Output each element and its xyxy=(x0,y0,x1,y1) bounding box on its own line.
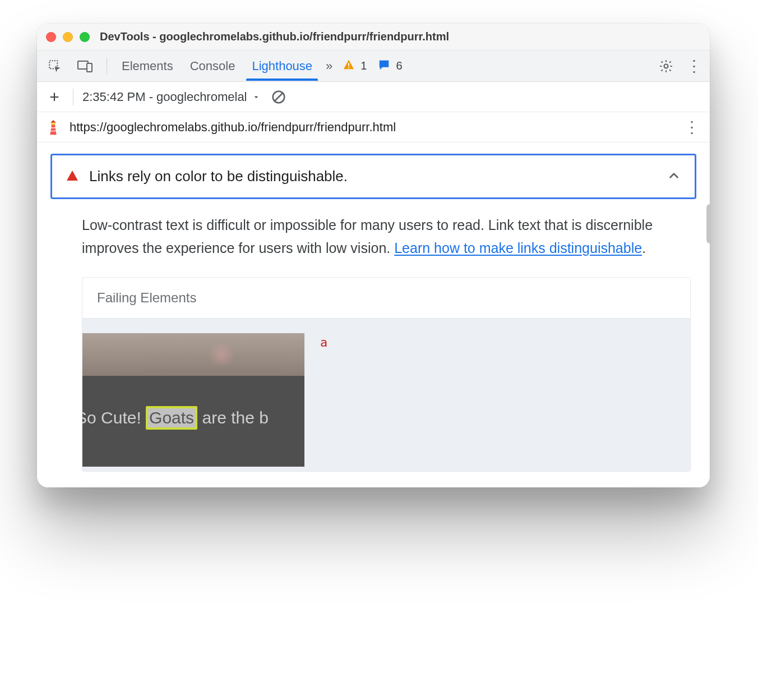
warnings-count: 1 xyxy=(360,59,367,72)
chevron-up-icon xyxy=(667,168,681,185)
svg-rect-9 xyxy=(50,127,56,128)
caret-down-icon xyxy=(252,93,261,102)
clear-report-icon[interactable] xyxy=(269,87,289,107)
audit-description-period: . xyxy=(642,240,646,256)
audit-title: Links rely on color to be distinguishabl… xyxy=(89,168,657,185)
audit-description: Low-contrast text is difficult or imposs… xyxy=(82,214,691,259)
svg-point-5 xyxy=(664,64,668,68)
devtools-window: DevTools - googlechromelabs.github.io/fr… xyxy=(37,24,710,487)
learn-more-link[interactable]: Learn how to make links distinguishable xyxy=(394,240,642,256)
audit-accordion-header[interactable]: Links rely on color to be distinguishabl… xyxy=(50,154,696,199)
settings-gear-icon[interactable] xyxy=(656,56,676,76)
svg-line-7 xyxy=(274,93,282,100)
fail-triangle-icon xyxy=(66,169,79,185)
new-report-button[interactable]: + xyxy=(45,88,64,107)
failing-elements-panel: Failing Elements So Cute! Goats are the … xyxy=(82,277,691,472)
failing-elements-header: Failing Elements xyxy=(82,278,690,319)
scrollbar-thumb[interactable] xyxy=(706,204,710,243)
warning-triangle-icon xyxy=(343,59,355,73)
svg-rect-2 xyxy=(87,63,92,72)
titlebar: DevTools - googlechromelabs.github.io/fr… xyxy=(37,24,710,50)
svg-rect-4 xyxy=(348,67,349,68)
window-title: DevTools - googlechromelabs.github.io/fr… xyxy=(100,30,449,43)
snapshot-text-pre: So Cute! xyxy=(82,408,146,427)
tab-console[interactable]: Console xyxy=(187,52,239,80)
device-toolbar-icon[interactable] xyxy=(75,56,95,76)
element-snapshot[interactable]: So Cute! Goats are the b xyxy=(82,333,304,467)
snapshot-text-post: are the b xyxy=(197,408,269,427)
traffic-lights xyxy=(46,32,90,42)
failing-element-tag[interactable]: a xyxy=(320,335,327,349)
zoom-window-button[interactable] xyxy=(80,32,90,42)
svg-rect-10 xyxy=(49,130,57,131)
report-url-row: https://googlechromelabs.github.io/frien… xyxy=(37,112,710,142)
snapshot-highlight: Goats xyxy=(146,406,197,430)
svg-rect-3 xyxy=(348,63,349,66)
report-dropdown-label: 2:35:42 PM - googlechromelal xyxy=(82,90,247,104)
failing-elements-body: So Cute! Goats are the b a xyxy=(82,319,690,471)
tab-lighthouse[interactable]: Lighthouse xyxy=(248,52,316,80)
toolbar-separator xyxy=(73,89,73,105)
snapshot-text: So Cute! Goats are the b xyxy=(82,406,269,430)
report-select-row: + 2:35:42 PM - googlechromelal xyxy=(37,82,710,112)
lighthouse-content: Links rely on color to be distinguishabl… xyxy=(37,142,710,487)
close-window-button[interactable] xyxy=(46,32,56,42)
minimize-window-button[interactable] xyxy=(63,32,73,42)
issues-speech-icon xyxy=(378,59,390,73)
issues-count: 6 xyxy=(396,59,402,72)
report-dropdown[interactable]: 2:35:42 PM - googlechromelal xyxy=(82,90,261,104)
report-url: https://googlechromelabs.github.io/frien… xyxy=(70,120,676,135)
issues-badge[interactable]: 6 xyxy=(378,59,402,73)
lighthouse-icon xyxy=(45,119,62,136)
toolbar-separator xyxy=(107,58,107,75)
more-tabs-icon[interactable]: » xyxy=(326,59,331,73)
warnings-badge[interactable]: 1 xyxy=(343,59,367,73)
inspect-element-icon[interactable] xyxy=(45,56,65,76)
devtools-toolbar: Elements Console Lighthouse » 1 6 ⋮ xyxy=(37,50,710,82)
tab-elements[interactable]: Elements xyxy=(118,52,177,80)
